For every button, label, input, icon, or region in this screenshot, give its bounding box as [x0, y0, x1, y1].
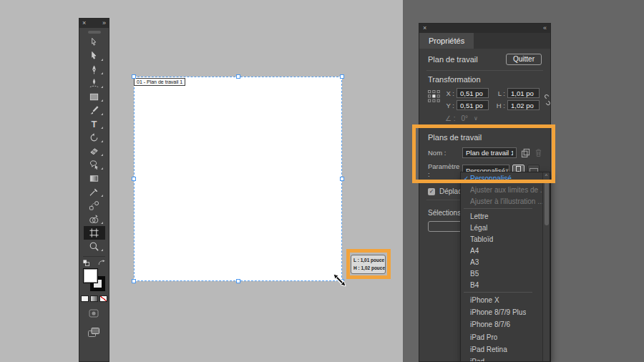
default-fill-stroke-icon[interactable] [83, 256, 89, 269]
rotate-tool[interactable] [84, 131, 105, 145]
preset-menu-item[interactable]: B5 [461, 268, 542, 279]
height-input[interactable] [507, 100, 540, 110]
preset-menu-item[interactable]: iPhone 8/7/6 [461, 318, 542, 331]
preset-menu-item[interactable]: ✓ Personnalisé [461, 172, 542, 184]
resize-handle-bottom-center[interactable] [236, 279, 240, 283]
preset-menu-item-label: A3 [470, 258, 479, 266]
artboard-tool[interactable] [84, 226, 105, 240]
resize-handle-top-right[interactable] [340, 74, 344, 79]
height-label: H : [494, 102, 505, 109]
swap-fill-stroke-icon[interactable] [98, 256, 105, 269]
toolbar-expand-icon[interactable]: » [102, 20, 106, 26]
preset-menu-item[interactable]: iPad [461, 356, 542, 362]
preset-menu-item[interactable]: Tabloïd [461, 233, 542, 245]
x-input[interactable] [457, 88, 489, 98]
preset-menu-item[interactable]: iPad Retina [461, 343, 542, 356]
size-tooltip: L : 1,01 pouce H : 1,02 pouce [351, 255, 386, 274]
quick-action-button[interactable] [428, 221, 464, 232]
x-label: X : [444, 89, 454, 97]
gradient-tool[interactable] [84, 172, 105, 185]
diagonal-resize-cursor-icon [332, 273, 348, 291]
type-tool[interactable]: T [84, 117, 105, 131]
preset-menu-item[interactable]: A3 [461, 256, 542, 268]
illustrator-window: × » T [0, 0, 644, 362]
angle-label: ∠ : [445, 114, 456, 122]
preset-menu-item-label: Personnalisé [470, 175, 512, 182]
preset-menu-item[interactable]: A4 [461, 245, 542, 256]
resize-handle-top-left[interactable] [132, 74, 136, 79]
rectangle-tool[interactable] [84, 90, 105, 104]
preset-menu-item-label: Tabloïd [470, 235, 493, 243]
screen-mode-button[interactable] [88, 327, 101, 340]
color-mode-button[interactable] [81, 295, 89, 302]
artboard-canvas[interactable]: 01 - Plan de travail 1 [134, 77, 342, 281]
drawing-mode-button[interactable] [89, 308, 100, 321]
link-dimensions-icon[interactable] [543, 94, 552, 110]
paintbrush-tool[interactable] [84, 104, 105, 117]
eyedropper-tool[interactable] [84, 185, 105, 199]
pen-tool[interactable] [84, 63, 105, 77]
direct-selection-tool[interactable] [84, 49, 105, 63]
selection-tool[interactable] [84, 36, 105, 49]
transform-section-title: Transformation [428, 75, 542, 84]
angle-chevron-icon: ∨ [474, 115, 478, 122]
preset-menu-item-label: iPad Retina [470, 346, 507, 353]
preset-menu-item[interactable]: Lettre [461, 210, 542, 222]
delete-artboard-icon [535, 148, 542, 157]
checkmark-icon: ✓ [461, 175, 470, 182]
preset-menu-item[interactable]: iPad Pro [461, 331, 542, 343]
resize-handle-middle-right[interactable] [340, 177, 344, 181]
artboard-name-input[interactable] [462, 147, 517, 158]
menu-scrollbar[interactable]: ^ [542, 172, 550, 361]
shape-builder-tool[interactable] [84, 212, 105, 226]
artboard-name-label: 01 - Plan de travail 1 [134, 78, 185, 86]
preset-menu-item[interactable]: iPhone X [461, 294, 542, 306]
width-label: L : [494, 89, 505, 97]
y-label: Y : [444, 102, 454, 109]
preset-label: Paramètre : [428, 162, 462, 178]
menu-separator [464, 208, 532, 209]
y-input[interactable] [457, 100, 489, 110]
zoom-tool[interactable] [84, 240, 105, 253]
fill-swatch[interactable] [83, 268, 98, 283]
preset-menu-item-label: B4 [470, 281, 479, 289]
none-mode-button[interactable] [99, 295, 107, 302]
angle-value: 0° [462, 114, 469, 122]
tab-proprietes[interactable]: Propriétés [419, 33, 474, 49]
panel-collapse-icon[interactable]: « [543, 25, 547, 31]
resize-handle-top-center[interactable] [236, 74, 240, 79]
preset-menu-item-label: iPad [470, 358, 484, 362]
blend-tool[interactable] [84, 199, 105, 212]
curvature-tool[interactable] [84, 77, 105, 90]
resize-handle-bottom-left[interactable] [132, 279, 136, 283]
width-input[interactable] [507, 88, 540, 98]
preset-menu-item-label: Ajuster aux limites de ... [470, 186, 542, 194]
preset-menu-item[interactable]: Légal [461, 222, 542, 233]
move-checkbox[interactable]: ✓ [428, 188, 435, 195]
panel-close-icon[interactable]: × [423, 25, 426, 31]
preset-menu-item: Ajuster aux limites de ... [461, 184, 542, 195]
reference-point-icon[interactable] [428, 90, 440, 110]
shaper-tool[interactable] [84, 158, 105, 172]
preset-menu-item-label: iPad Pro [470, 333, 497, 341]
artboards-section-title: Plans de travail [428, 133, 542, 142]
eraser-tool[interactable] [84, 145, 105, 158]
toolbar-close-icon[interactable]: × [82, 20, 86, 26]
fill-stroke-swatches[interactable] [82, 268, 107, 291]
preset-menu-item: Ajuster à l'illustration ... [461, 195, 542, 207]
gradient-mode-button[interactable] [90, 295, 98, 302]
preset-menu-item-label: iPhone 8/7/6 [470, 321, 510, 328]
resize-handle-middle-left[interactable] [132, 177, 136, 181]
toolbar-drag-handle[interactable] [88, 31, 101, 34]
preset-menu-item[interactable]: B4 [461, 279, 542, 290]
preset-dropdown-menu: ✓ Personnalisé Ajuster aux limites de ..… [460, 172, 550, 362]
quit-button[interactable]: Quitter [506, 54, 542, 65]
preset-menu-item-label: B5 [470, 270, 479, 278]
preset-menu-item[interactable]: iPhone 8/7/9 Plus [461, 306, 542, 318]
new-artboard-icon[interactable] [521, 148, 530, 157]
scrollbar-thumb[interactable] [545, 181, 549, 225]
preset-menu-item-label: A4 [470, 247, 479, 255]
context-title: Plan de travail [428, 55, 478, 64]
name-label: Nom : [428, 149, 462, 157]
scroll-up-icon[interactable]: ^ [543, 172, 550, 179]
